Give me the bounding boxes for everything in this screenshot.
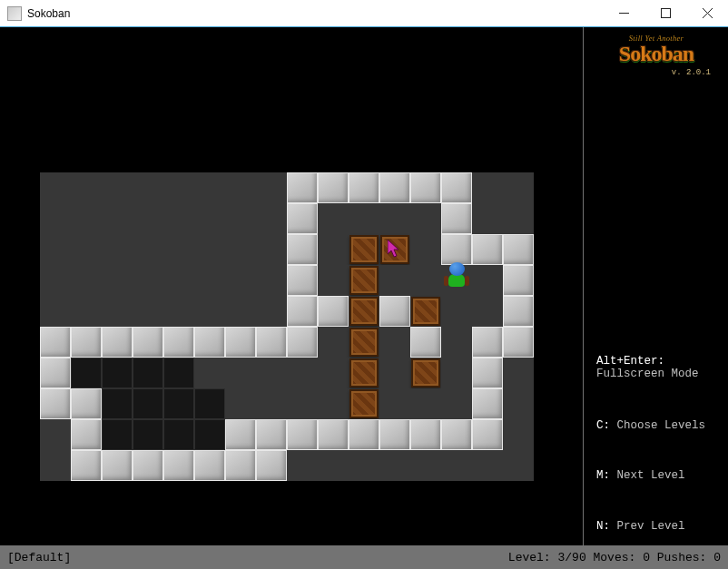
crate <box>380 235 409 264</box>
board-cell <box>163 234 194 265</box>
board-cell <box>318 203 349 234</box>
board-cell <box>472 172 503 203</box>
board-cell <box>287 327 318 358</box>
board-cell <box>379 172 410 203</box>
board-cell <box>287 172 318 203</box>
board-cell <box>256 234 287 265</box>
board-cell <box>71 419 102 450</box>
board-cell <box>71 172 102 203</box>
board-cell <box>379 450 410 481</box>
board-cell <box>472 265 503 296</box>
board-cell <box>40 296 71 327</box>
board-cell <box>40 203 71 234</box>
board-cell <box>441 419 472 450</box>
board-cell <box>194 172 225 203</box>
board-cell <box>318 358 349 388</box>
board-cell <box>256 265 287 296</box>
crate <box>411 297 440 326</box>
board-cell <box>163 203 194 234</box>
board-cell <box>102 172 133 203</box>
board-cell <box>472 327 503 358</box>
board-cell <box>472 358 503 388</box>
board-cell <box>318 172 349 203</box>
board-cell <box>256 358 287 388</box>
board-cell <box>133 172 163 203</box>
board-cell <box>318 265 349 296</box>
help-choose-levels: C: Choose Levels <box>596 419 705 432</box>
board-cell <box>287 296 318 327</box>
board-cell <box>503 327 534 358</box>
board-cell <box>349 172 379 203</box>
board-cell <box>287 234 318 265</box>
board-cell <box>503 265 534 296</box>
board-cell <box>163 419 194 450</box>
board-cell <box>379 265 410 296</box>
app-icon <box>7 6 22 21</box>
board-cell <box>379 296 410 327</box>
board-cell <box>472 234 503 265</box>
board-cell <box>163 296 194 327</box>
maximize-button[interactable] <box>644 0 686 27</box>
game-area[interactable] <box>0 27 583 545</box>
board-cell <box>102 265 133 296</box>
board-cell <box>287 358 318 388</box>
board-cell <box>441 327 472 358</box>
board-cell <box>133 419 163 450</box>
board-cell <box>71 203 102 234</box>
board-cell <box>225 296 256 327</box>
board-cell <box>133 265 163 296</box>
game-board[interactable] <box>40 172 534 481</box>
board-cell <box>318 234 349 265</box>
board-cell <box>441 296 472 327</box>
board-cell <box>503 419 534 450</box>
board-cell <box>194 327 225 358</box>
board-cell <box>349 296 379 327</box>
board-cell <box>133 296 163 327</box>
logo-title: Sokoban <box>596 42 716 67</box>
close-button[interactable] <box>686 0 728 27</box>
board-cell <box>318 388 349 419</box>
board-cell <box>163 358 194 388</box>
board-cell <box>472 203 503 234</box>
board-cell <box>503 296 534 327</box>
board-cell <box>225 234 256 265</box>
board-cell <box>472 388 503 419</box>
board-cell <box>503 172 534 203</box>
help-prev-level: N: Prev Level <box>596 520 705 533</box>
board-cell <box>133 327 163 358</box>
board-cell <box>40 388 71 419</box>
board-cell <box>379 388 410 419</box>
board-cell <box>194 203 225 234</box>
board-cell <box>256 450 287 481</box>
board-cell <box>441 388 472 419</box>
board-cell <box>225 388 256 419</box>
board-cell <box>349 358 379 388</box>
board-cell <box>71 450 102 481</box>
board-cell <box>256 388 287 419</box>
board-cell <box>133 203 163 234</box>
board-cell <box>349 327 379 358</box>
board-cell <box>102 388 133 419</box>
minimize-button[interactable] <box>603 0 644 27</box>
side-panel: Still Yet Another Sokoban v. 2.0.1 Alt+E… <box>583 27 728 545</box>
board-cell <box>256 203 287 234</box>
board-cell <box>318 419 349 450</box>
board-cell <box>410 358 441 388</box>
board-cell <box>163 388 194 419</box>
board-cell <box>102 327 133 358</box>
board-cell <box>225 265 256 296</box>
board-cell <box>102 203 133 234</box>
board-cell <box>410 265 441 296</box>
svg-rect-0 <box>661 9 670 18</box>
board-cell <box>379 358 410 388</box>
board-cell <box>256 296 287 327</box>
help-fullscreen: Alt+Enter: Fullscreen Mode <box>596 355 705 381</box>
board-cell <box>503 358 534 388</box>
board-cell <box>379 234 410 265</box>
board-cell <box>503 450 534 481</box>
board-cell <box>318 450 349 481</box>
board-cell <box>71 358 102 388</box>
board-cell <box>441 172 472 203</box>
board-cell <box>441 450 472 481</box>
crate <box>349 328 379 357</box>
